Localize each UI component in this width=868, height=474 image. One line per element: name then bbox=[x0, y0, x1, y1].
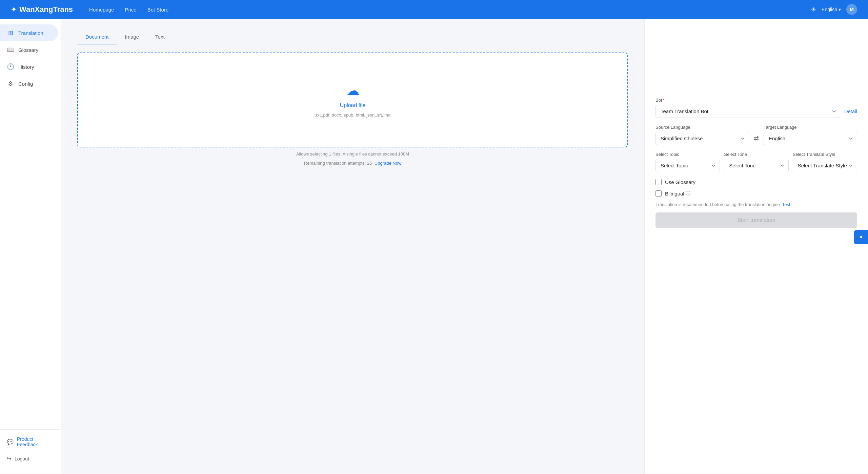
remaining-info: Remaining translation attempts: 25 Upgra… bbox=[77, 161, 628, 166]
upload-text: Upload file bbox=[340, 102, 366, 108]
topic-group: Select Topic Select Topic bbox=[655, 152, 720, 172]
sidebar-item-history[interactable]: 🕐 History bbox=[0, 58, 58, 75]
sidebar-bottom: 💬 Product Feedback ↪ Logout bbox=[0, 429, 61, 469]
source-lang-group: Source Language Simplified Chinese bbox=[655, 125, 749, 145]
tone-group: Select Tone Select Tone bbox=[724, 152, 788, 172]
upload-formats: .txt,.pdf,.docx,.epub,.html,.json,.srt,.… bbox=[315, 112, 390, 118]
bilingual-info-icon[interactable]: ⓘ bbox=[686, 190, 690, 197]
remaining-count: 25 bbox=[367, 161, 372, 166]
header-right: ☀ English ▾ M bbox=[811, 4, 857, 15]
history-icon: 🕐 bbox=[7, 63, 14, 70]
product-feedback-button[interactable]: 💬 Product Feedback bbox=[0, 432, 61, 451]
theme-toggle-icon[interactable]: ☀ bbox=[811, 6, 816, 13]
use-glossary-label[interactable]: Use Glossary bbox=[665, 179, 695, 185]
translate-hint: Translation is recommended before using … bbox=[655, 202, 857, 207]
feedback-icon: 💬 bbox=[7, 439, 14, 445]
use-glossary-checkbox[interactable] bbox=[655, 179, 662, 185]
language-selector[interactable]: English ▾ bbox=[822, 7, 841, 12]
bot-select[interactable]: Team Translation Bot bbox=[655, 105, 840, 118]
sidebar: ⊞ Translation 📖 Glossary 🕐 History ⚙ Con… bbox=[0, 19, 61, 474]
detail-link[interactable]: Detail bbox=[844, 108, 857, 114]
target-lang-label: Target Language bbox=[764, 125, 857, 130]
tabs: Document Image Text bbox=[77, 30, 628, 44]
app-body: ⊞ Translation 📖 Glossary 🕐 History ⚙ Con… bbox=[0, 19, 868, 474]
translation-icon: ⊞ bbox=[7, 29, 14, 37]
tone-label: Select Tone bbox=[724, 152, 788, 157]
nav-homepage[interactable]: Homepage bbox=[89, 7, 114, 13]
logo-text: WanXangTrans bbox=[19, 5, 73, 14]
nav-price[interactable]: Price bbox=[125, 7, 137, 13]
logout-label: Logout bbox=[15, 456, 29, 461]
upgrade-now-link[interactable]: Upgrade Now bbox=[375, 161, 402, 166]
upload-info: Allows selecting 1 files. A single files… bbox=[77, 151, 628, 157]
tab-document[interactable]: Document bbox=[77, 30, 117, 44]
remaining-label: Remaining translation attempts: bbox=[304, 161, 366, 166]
header: ✦ WanXangTrans Homepage Price Bot Store … bbox=[0, 0, 868, 19]
sidebar-label-translation: Translation bbox=[18, 30, 43, 36]
upload-area[interactable]: ☁ Upload file .txt,.pdf,.docx,.epub,.htm… bbox=[77, 53, 628, 147]
bot-form-group: Bot* Team Translation Bot Detail bbox=[655, 98, 857, 118]
header-lang-label: English bbox=[822, 7, 837, 12]
bot-required: * bbox=[663, 98, 665, 103]
nav-bot-store[interactable]: Bot Store bbox=[147, 7, 169, 13]
header-nav: Homepage Price Bot Store bbox=[89, 7, 811, 13]
test-link[interactable]: Test bbox=[782, 202, 790, 207]
upload-icon: ☁ bbox=[346, 83, 360, 98]
sidebar-label-history: History bbox=[18, 64, 34, 70]
logo-icon: ✦ bbox=[11, 5, 17, 14]
style-group: Select Translate Style Select Translate … bbox=[793, 152, 857, 172]
user-avatar[interactable]: M bbox=[846, 4, 857, 15]
bilingual-row: Bilingual ⓘ bbox=[655, 190, 857, 197]
style-label: Select Translate Style bbox=[793, 152, 857, 157]
language-form-group: Source Language Simplified Chinese ⇄ Tar… bbox=[655, 125, 857, 145]
hint-text: Translation is recommended before using … bbox=[655, 202, 780, 207]
sidebar-label-glossary: Glossary bbox=[18, 47, 38, 53]
right-panel: Bot* Team Translation Bot Detail Source … bbox=[644, 19, 868, 474]
target-lang-group: Target Language English bbox=[764, 125, 857, 145]
source-lang-select[interactable]: Simplified Chinese bbox=[655, 132, 749, 145]
float-action-button[interactable]: ✦ bbox=[854, 230, 868, 244]
glossary-icon: 📖 bbox=[7, 46, 14, 54]
right-panel-spacer bbox=[655, 30, 857, 98]
tone-select[interactable]: Select Tone bbox=[724, 159, 788, 172]
tab-image[interactable]: Image bbox=[117, 30, 147, 44]
sidebar-item-config[interactable]: ⚙ Config bbox=[0, 75, 58, 92]
logo[interactable]: ✦ WanXangTrans bbox=[11, 5, 73, 14]
options-form-group: Select Topic Select Topic Select Tone Se… bbox=[655, 152, 857, 172]
bilingual-label[interactable]: Bilingual ⓘ bbox=[665, 190, 690, 197]
source-lang-label: Source Language bbox=[655, 125, 749, 130]
bilingual-checkbox[interactable] bbox=[655, 190, 662, 197]
upload-info-line1: Allows selecting 1 files. A single files… bbox=[296, 151, 409, 157]
lang-chevron-icon: ▾ bbox=[839, 7, 841, 12]
sidebar-label-config: Config bbox=[18, 81, 33, 87]
float-icon: ✦ bbox=[859, 233, 864, 241]
topic-label: Select Topic bbox=[655, 152, 720, 157]
use-glossary-row: Use Glossary bbox=[655, 179, 857, 185]
start-translation-button[interactable]: Start translation bbox=[655, 212, 857, 228]
target-lang-select[interactable]: English bbox=[764, 132, 857, 145]
tab-text[interactable]: Text bbox=[147, 30, 173, 44]
bot-label: Bot* bbox=[655, 98, 857, 103]
style-select[interactable]: Select Translate Style bbox=[793, 159, 857, 172]
logout-icon: ↪ bbox=[7, 455, 11, 462]
swap-languages-button[interactable]: ⇄ bbox=[752, 133, 760, 143]
topic-select[interactable]: Select Topic bbox=[655, 159, 720, 172]
config-icon: ⚙ bbox=[7, 80, 14, 87]
bot-selector-row: Team Translation Bot Detail bbox=[655, 105, 857, 118]
options-row: Select Topic Select Topic Select Tone Se… bbox=[655, 152, 857, 172]
feedback-label: Product Feedback bbox=[17, 436, 54, 447]
sidebar-item-glossary[interactable]: 📖 Glossary bbox=[0, 41, 58, 58]
left-panel: Document Image Text ☁ Upload file .txt,.… bbox=[61, 19, 644, 474]
main-content: Document Image Text ☁ Upload file .txt,.… bbox=[61, 19, 868, 474]
language-row: Source Language Simplified Chinese ⇄ Tar… bbox=[655, 125, 857, 145]
logout-button[interactable]: ↪ Logout bbox=[0, 451, 61, 466]
sidebar-item-translation[interactable]: ⊞ Translation bbox=[0, 24, 58, 41]
